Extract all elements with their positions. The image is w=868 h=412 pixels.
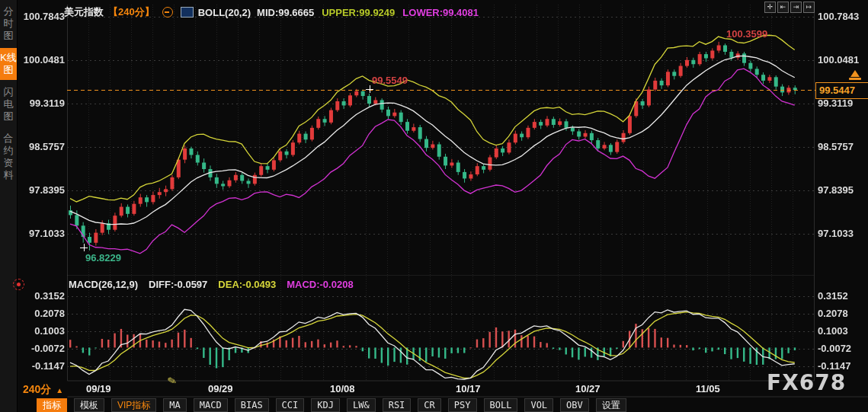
tab-indicator[interactable]: 指标 (37, 398, 67, 412)
indicator-boll-button[interactable]: BOLL (484, 398, 518, 412)
y-axis-label: 100.7843 (818, 11, 866, 22)
indicator-kdj-button[interactable]: KDJ (311, 398, 340, 412)
y-axis-label: 98.5757 (18, 141, 65, 152)
y-axis-label: 97.8395 (818, 184, 866, 196)
boll-mid-value: MID:99.6665 (257, 7, 314, 18)
x-axis-label: 10/27 (575, 383, 601, 394)
macd-axis-label: 0.2078 (818, 308, 866, 319)
x-axis-label: 09/29 (208, 383, 233, 394)
indicator-ma-button[interactable]: MA (163, 398, 186, 412)
settings-button[interactable]: 设置 (596, 398, 626, 412)
chart-header: 美元指数 【240分】 BOLL(20,2) MID:99.6665 UPPER… (64, 5, 479, 19)
x-axis-label: 11/05 (696, 383, 720, 394)
symbol-title: 美元指数 (64, 5, 104, 19)
swing-high-marker: 99.5549 (372, 75, 408, 86)
y-axis-label: 97.1033 (18, 228, 65, 239)
compress-bars-icon[interactable]: ⇤ (777, 2, 789, 13)
shift-right-icon[interactable]: ↦ (803, 2, 815, 13)
x-axis-label: 09/19 (86, 383, 111, 394)
y-axis-label: 100.7843 (18, 11, 65, 22)
macd-axis-label: 0.3152 (18, 290, 65, 302)
y-axis-label: 97.8395 (18, 184, 65, 196)
y-axis-label: 99.3119 (818, 97, 866, 109)
macd-axis-label: 0.1003 (18, 325, 65, 337)
indicator-lw-button[interactable]: LW& (347, 398, 376, 412)
boll-upper-value: UPPER:99.9249 (322, 7, 395, 18)
sidebar-item-kline-chart[interactable]: K线图 (0, 48, 17, 80)
mini-chart-icon[interactable] (181, 7, 194, 18)
timeframe-label[interactable]: 240分 ▲ (23, 383, 63, 397)
period-label[interactable]: 【240分】 (108, 5, 155, 19)
macd-axis-label: 0.1003 (818, 325, 866, 337)
y-axis-label: 98.5757 (818, 141, 866, 152)
sidebar-item-time-chart[interactable]: 分时图 (0, 2, 17, 46)
sidebar-item-lightning-chart[interactable]: 闪电图 (0, 82, 17, 126)
y-axis-label: 100.0481 (818, 54, 866, 65)
y-axis-label: 100.0481 (18, 54, 65, 65)
indicator-bias-button[interactable]: BIAS (235, 398, 269, 412)
tab-vip-indicator[interactable]: VIP指标 (111, 398, 156, 412)
indicator-psy-button[interactable]: PSY (448, 398, 477, 412)
macd-header: MACD(26,12,9) DIFF:-0.0597 DEA:-0.0493 M… (69, 279, 354, 290)
indicator-obv-button[interactable]: OBV (560, 398, 589, 412)
indicator-vol-button[interactable]: VOL (524, 398, 553, 412)
boll-params: BOLL(20,2) (198, 7, 251, 18)
indicator-toolbar: 指标 模板 VIP指标 MA MACD BIAS CCI KDJ LW& RSI… (37, 398, 626, 412)
pan-tool-icon[interactable]: ✛ (764, 2, 776, 13)
sidebar: 分时图 K线图 闪电图 合约资料 (0, 0, 18, 412)
macd-axis-label: 0.2078 (18, 308, 65, 319)
macd-dea-value: DEA:-0.0493 (218, 279, 276, 290)
chart-canvas[interactable] (0, 0, 868, 412)
macd-axis-label: -0.0072 (818, 343, 866, 354)
high-marker: 100.3599 (726, 28, 767, 40)
macd-axis-label: -0.1147 (18, 360, 65, 372)
sidebar-item-contract-info[interactable]: 合约资料 (0, 129, 17, 185)
macd-macd-value: MACD:-0.0208 (287, 279, 353, 290)
chart-tool-buttons: ✛ ⇤ ⇥ ↦ (764, 2, 815, 13)
timeframe-text: 240分 (23, 383, 51, 397)
indicator-cr-button[interactable]: CR (418, 398, 440, 412)
timeframe-arrow-icon: ▲ (56, 386, 63, 394)
macd-params: MACD(26,12,9) (69, 279, 138, 290)
live-alert-icon[interactable] (13, 279, 24, 290)
price-alert-icon[interactable] (849, 70, 861, 81)
y-axis-label: 97.1033 (818, 228, 866, 239)
y-axis-label: 99.3119 (18, 97, 65, 109)
x-axis-label: 10/17 (456, 383, 481, 394)
low-marker: 96.8229 (85, 252, 121, 263)
macd-diff-value: DIFF:-0.0597 (149, 279, 207, 290)
macd-axis-label: 0.3152 (818, 290, 866, 302)
chart-application: 分时图 K线图 闪电图 合约资料 美元指数 【240分】 BOLL(20,2) … (0, 0, 868, 412)
expand-bars-icon[interactable]: ⇥ (790, 2, 802, 13)
fx678-watermark: FX678 (767, 370, 846, 395)
x-axis-label: 10/08 (330, 383, 355, 394)
last-price-tag[interactable]: 99.5447 (815, 82, 868, 99)
indicator-macd-button[interactable]: MACD (194, 398, 228, 412)
boll-lower-value: LOWER:99.4081 (402, 7, 479, 18)
indicator-rsi-button[interactable]: RSI (383, 398, 412, 412)
collapse-icon[interactable] (162, 7, 173, 18)
macd-axis-label: -0.0072 (18, 343, 65, 354)
indicator-cci-button[interactable]: CCI (276, 398, 305, 412)
tab-template[interactable]: 模板 (74, 398, 104, 412)
